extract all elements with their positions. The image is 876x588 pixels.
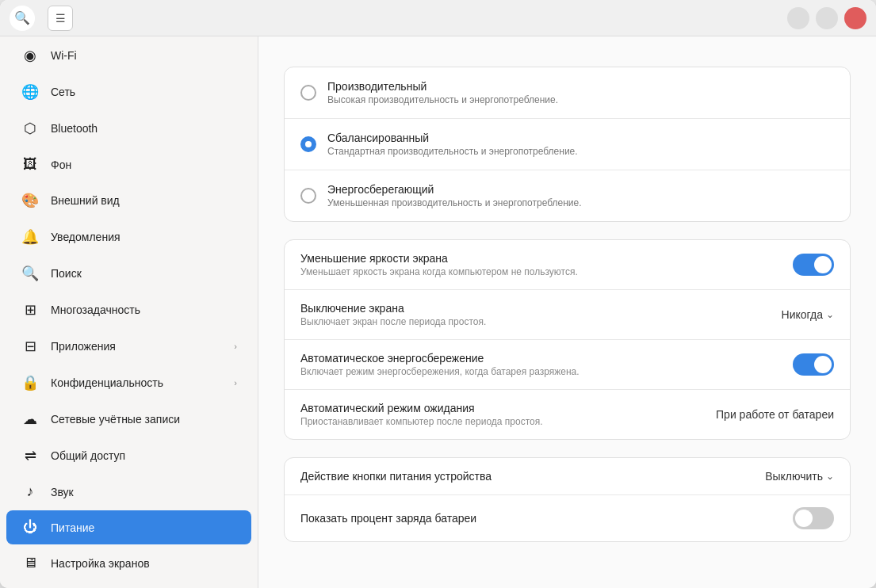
- toggle-dim_screen[interactable]: [793, 254, 834, 276]
- notifications-icon: 🔔: [21, 228, 40, 246]
- sidebar-item-bluetooth[interactable]: ⬡Bluetooth: [6, 111, 251, 146]
- option-label-show_battery: Показать процент заряда батареи: [300, 512, 476, 525]
- maximize-button[interactable]: [816, 7, 838, 29]
- sidebar-label-accounts: Сетевые учётные записи: [51, 413, 180, 426]
- main-layout: ◉Wi-Fi🌐Сеть⬡Bluetooth🖼Фон🎨Внешний вид🔔Ув…: [0, 36, 876, 588]
- sidebar-label-wifi: Wi-Fi: [51, 49, 77, 62]
- option-label-screen_off: Выключение экрана: [300, 302, 486, 315]
- option-row-dim_screen: Уменьшение яркости экранаУменьшает яркос…: [285, 240, 850, 290]
- sidebar: ◉Wi-Fi🌐Сеть⬡Bluetooth🖼Фон🎨Внешний вид🔔Ув…: [0, 36, 258, 588]
- sidebar-item-accounts[interactable]: ☁Сетевые учётные записи: [6, 402, 251, 437]
- sidebar-label-bluetooth: Bluetooth: [51, 122, 98, 135]
- option-label-auto_suspend: Автоматический режим ожидания: [300, 402, 543, 414]
- option-label-dim_screen: Уменьшение яркости экрана: [300, 252, 578, 265]
- sidebar-item-apps[interactable]: ⊟Приложения›: [6, 329, 251, 364]
- sidebar-label-appearance: Внешний вид: [51, 194, 120, 207]
- power-mode-balanced[interactable]: СбалансированныйСтандартная производител…: [285, 119, 850, 170]
- wifi-icon: ◉: [21, 47, 40, 64]
- option-label-auto_save: Автоматическое энергосбережение: [300, 352, 580, 365]
- chevron-icon: ›: [234, 378, 237, 388]
- chevron-icon: ›: [234, 342, 237, 351]
- option-label-power_btn: Действие кнопки питания устройства: [300, 470, 492, 483]
- sidebar-item-power[interactable]: ⏻Питание: [6, 510, 251, 544]
- minimize-button[interactable]: [787, 7, 809, 29]
- sidebar-label-sound: Звук: [51, 486, 74, 498]
- dropdown-value-power_btn: Выключить: [765, 470, 823, 483]
- menu-button[interactable]: ☰: [48, 6, 73, 31]
- search-button[interactable]: 🔍: [10, 6, 35, 31]
- multitask-icon: ⊞: [21, 301, 40, 319]
- sidebar-label-notifications: Уведомления: [51, 231, 120, 243]
- sidebar-item-sharing[interactable]: ⇌Общий доступ: [6, 438, 251, 473]
- sidebar-label-apps: Приложения: [51, 340, 116, 353]
- sidebar-label-sharing: Общий доступ: [51, 449, 125, 462]
- titlebar: 🔍 ☰: [0, 0, 876, 36]
- power-mode-saver[interactable]: ЭнергосберегающийУменьшенная производите…: [285, 170, 850, 221]
- power-mode-performance[interactable]: ПроизводительныйВысокая производительнос…: [285, 67, 850, 119]
- radio-saver[interactable]: [300, 188, 316, 204]
- toggle-auto_save[interactable]: [793, 353, 834, 376]
- option-desc-dim_screen: Уменьшает яркость экрана когда компьютер…: [300, 266, 578, 277]
- sidebar-label-privacy: Конфиденциальность: [51, 376, 163, 389]
- content-area: ПроизводительныйВысокая производительнос…: [258, 36, 876, 588]
- power-icon: ⏻: [21, 519, 40, 536]
- titlebar-controls: [787, 7, 866, 29]
- option-desc-auto_save: Включает режим энергосбережения, когда б…: [300, 366, 580, 377]
- option-value-auto_suspend: При работе от батареи: [716, 408, 834, 421]
- privacy-icon: 🔒: [21, 374, 40, 391]
- sidebar-item-appearance[interactable]: 🎨Внешний вид: [6, 183, 251, 218]
- sidebar-label-search: Поиск: [51, 267, 82, 280]
- radio-performance[interactable]: [300, 85, 316, 101]
- option-row-auto_save: Автоматическое энергосбережениеВключает …: [285, 340, 850, 390]
- option-row-auto_suspend: Автоматический режим ожиданияПриостанавл…: [285, 390, 850, 439]
- sidebar-item-wifi[interactable]: ◉Wi-Fi: [6, 38, 251, 73]
- mode-desc-performance: Высокая производительность и энергопотре…: [327, 94, 558, 105]
- background-icon: 🖼: [21, 156, 40, 173]
- sidebar-label-power: Питание: [51, 521, 94, 534]
- dropdown-power_btn[interactable]: Выключить ⌄: [765, 470, 834, 483]
- sound-icon: ♪: [21, 483, 40, 500]
- dropdown-screen_off[interactable]: Никогда ⌄: [782, 308, 834, 321]
- sidebar-item-search[interactable]: 🔍Поиск: [6, 256, 251, 291]
- option-desc-auto_suspend: Приостанавливает компьютер после периода…: [300, 416, 543, 427]
- sidebar-label-multitask: Многозадачность: [51, 304, 140, 316]
- sidebar-item-notifications[interactable]: 🔔Уведомления: [6, 220, 251, 254]
- dropdown-value-screen_off: Никогда: [782, 308, 823, 321]
- titlebar-left: 🔍 ☰: [10, 6, 73, 31]
- network-icon: 🌐: [21, 83, 40, 101]
- accounts-icon: ☁: [21, 410, 40, 428]
- option-row-screen_off: Выключение экранаВыключает экран после п…: [285, 290, 850, 340]
- mode-label-performance: Производительный: [327, 80, 558, 93]
- mode-label-balanced: Сбалансированный: [327, 132, 578, 144]
- appearance-icon: 🎨: [21, 192, 40, 209]
- option-desc-screen_off: Выключает экран после периода простоя.: [300, 316, 486, 327]
- option-row-show_battery: Показать процент заряда батареи: [285, 495, 850, 541]
- chevron-down-icon: ⌄: [826, 471, 834, 482]
- close-button[interactable]: [844, 7, 866, 29]
- energy-options-group: Уменьшение яркости экранаУменьшает яркос…: [284, 239, 851, 440]
- sharing-icon: ⇌: [21, 447, 40, 464]
- option-row-power_btn: Действие кнопки питания устройстваВыключ…: [285, 458, 850, 495]
- apps-icon: ⊟: [21, 338, 40, 355]
- bluetooth-icon: ⬡: [21, 120, 40, 137]
- sidebar-label-displays: Настройка экранов: [51, 557, 150, 570]
- main-window: 🔍 ☰ ◉Wi-Fi🌐Сеть⬡Bluetooth🖼Фон🎨Внешний ви…: [0, 0, 876, 588]
- mode-label-saver: Энергосберегающий: [327, 183, 582, 196]
- sidebar-item-network[interactable]: 🌐Сеть: [6, 74, 251, 109]
- chevron-down-icon: ⌄: [826, 309, 834, 320]
- sidebar-item-privacy[interactable]: 🔒Конфиденциальность›: [6, 365, 251, 400]
- sidebar-item-background[interactable]: 🖼Фон: [6, 147, 251, 181]
- mode-desc-balanced: Стандартная производительность и энергоп…: [327, 146, 578, 157]
- sidebar-label-network: Сеть: [51, 86, 75, 98]
- toggle-show_battery[interactable]: [793, 507, 834, 529]
- sidebar-item-displays[interactable]: 🖥Настройка экранов: [6, 546, 251, 580]
- sidebar-item-multitask[interactable]: ⊞Многозадачность: [6, 292, 251, 327]
- sidebar-label-background: Фон: [51, 158, 71, 171]
- radio-balanced[interactable]: [300, 136, 316, 152]
- suspend-options-group: Действие кнопки питания устройстваВыключ…: [284, 457, 851, 542]
- sidebar-item-sound[interactable]: ♪Звук: [6, 475, 251, 509]
- search-icon: 🔍: [21, 265, 40, 282]
- mode-desc-saver: Уменьшенная производительность и энергоп…: [327, 197, 582, 208]
- displays-icon: 🖥: [21, 555, 40, 571]
- power-mode-group: ПроизводительныйВысокая производительнос…: [284, 67, 851, 222]
